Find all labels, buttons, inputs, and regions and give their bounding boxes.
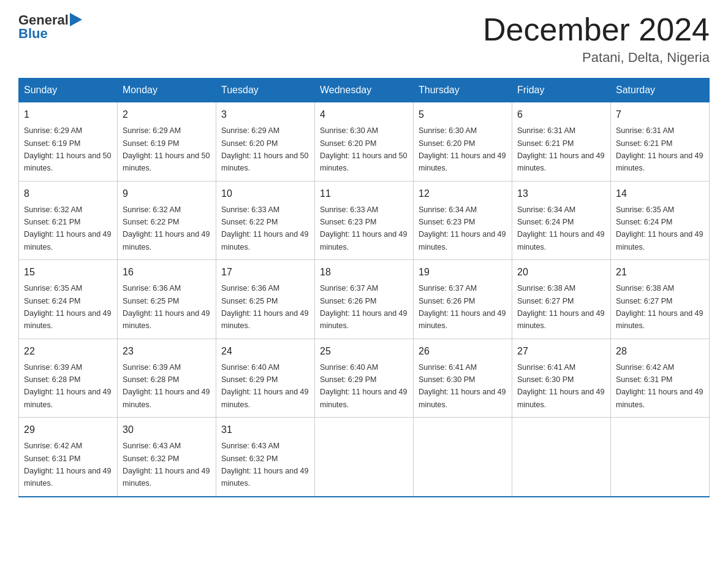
calendar-cell: 1Sunrise: 6:29 AMSunset: 6:19 PMDaylight… [19,102,118,182]
day-info: Sunrise: 6:36 AMSunset: 6:25 PMDaylight:… [123,284,210,330]
day-number: 30 [123,423,211,437]
day-header-friday: Friday [512,79,611,102]
calendar-cell: 22Sunrise: 6:39 AMSunset: 6:28 PMDayligh… [19,339,118,418]
calendar-cell: 4Sunrise: 6:30 AMSunset: 6:20 PMDaylight… [315,102,414,182]
day-number: 20 [517,265,605,280]
day-info: Sunrise: 6:29 AMSunset: 6:20 PMDaylight:… [221,126,308,172]
day-number: 14 [616,186,704,201]
day-header-thursday: Thursday [414,79,512,102]
day-info: Sunrise: 6:30 AMSunset: 6:20 PMDaylight:… [320,126,407,172]
calendar-cell [512,418,611,497]
calendar-cell: 26Sunrise: 6:41 AMSunset: 6:30 PMDayligh… [414,339,512,418]
day-header-monday: Monday [118,79,216,102]
calendar-cell: 7Sunrise: 6:31 AMSunset: 6:21 PMDaylight… [611,102,710,182]
day-info: Sunrise: 6:41 AMSunset: 6:30 PMDaylight:… [419,363,506,409]
calendar-cell: 16Sunrise: 6:36 AMSunset: 6:25 PMDayligh… [118,260,216,339]
day-info: Sunrise: 6:41 AMSunset: 6:30 PMDaylight:… [517,363,604,409]
day-number: 2 [123,107,211,122]
day-number: 13 [517,186,605,201]
day-info: Sunrise: 6:42 AMSunset: 6:31 PMDaylight:… [616,363,703,409]
day-number: 25 [320,344,408,359]
calendar-week-4: 22Sunrise: 6:39 AMSunset: 6:28 PMDayligh… [19,339,710,418]
day-info: Sunrise: 6:30 AMSunset: 6:20 PMDaylight:… [419,126,506,172]
day-info: Sunrise: 6:39 AMSunset: 6:28 PMDaylight:… [123,363,210,409]
day-info: Sunrise: 6:38 AMSunset: 6:27 PMDaylight:… [616,284,703,330]
calendar-cell: 23Sunrise: 6:39 AMSunset: 6:28 PMDayligh… [118,339,216,418]
logo-blue-text: Blue [18,26,48,42]
calendar-header-row: SundayMondayTuesdayWednesdayThursdayFrid… [19,79,710,102]
day-info: Sunrise: 6:37 AMSunset: 6:26 PMDaylight:… [320,284,407,330]
calendar-cell: 18Sunrise: 6:37 AMSunset: 6:26 PMDayligh… [315,260,414,339]
calendar-cell: 29Sunrise: 6:42 AMSunset: 6:31 PMDayligh… [19,418,118,497]
calendar-cell: 8Sunrise: 6:32 AMSunset: 6:21 PMDaylight… [19,181,118,260]
calendar-cell: 21Sunrise: 6:38 AMSunset: 6:27 PMDayligh… [611,260,710,339]
day-info: Sunrise: 6:33 AMSunset: 6:22 PMDaylight:… [221,205,308,251]
day-number: 21 [616,265,704,280]
calendar-cell: 3Sunrise: 6:29 AMSunset: 6:20 PMDaylight… [216,102,315,182]
calendar-cell: 5Sunrise: 6:30 AMSunset: 6:20 PMDaylight… [414,102,512,182]
calendar-cell: 31Sunrise: 6:43 AMSunset: 6:32 PMDayligh… [216,418,315,497]
calendar-cell: 19Sunrise: 6:37 AMSunset: 6:26 PMDayligh… [414,260,512,339]
day-info: Sunrise: 6:32 AMSunset: 6:22 PMDaylight:… [123,205,210,251]
calendar-cell: 11Sunrise: 6:33 AMSunset: 6:23 PMDayligh… [315,181,414,260]
calendar-cell [315,418,414,497]
day-number: 3 [221,107,309,122]
day-info: Sunrise: 6:31 AMSunset: 6:21 PMDaylight:… [517,126,604,172]
calendar-cell: 24Sunrise: 6:40 AMSunset: 6:29 PMDayligh… [216,339,315,418]
calendar-week-2: 8Sunrise: 6:32 AMSunset: 6:21 PMDaylight… [19,181,710,260]
day-info: Sunrise: 6:34 AMSunset: 6:23 PMDaylight:… [419,205,506,251]
day-info: Sunrise: 6:40 AMSunset: 6:29 PMDaylight:… [320,363,407,409]
calendar-cell: 25Sunrise: 6:40 AMSunset: 6:29 PMDayligh… [315,339,414,418]
day-number: 12 [419,186,507,201]
day-number: 31 [221,423,309,437]
day-number: 9 [123,186,211,201]
calendar-table: SundayMondayTuesdayWednesdayThursdayFrid… [18,78,710,497]
day-info: Sunrise: 6:29 AMSunset: 6:19 PMDaylight:… [24,126,111,172]
day-number: 5 [419,107,507,122]
day-number: 24 [221,344,309,359]
day-number: 16 [123,265,211,280]
day-info: Sunrise: 6:43 AMSunset: 6:32 PMDaylight:… [221,442,308,488]
day-info: Sunrise: 6:38 AMSunset: 6:27 PMDaylight:… [517,284,604,330]
day-info: Sunrise: 6:31 AMSunset: 6:21 PMDaylight:… [616,126,703,172]
calendar-cell: 30Sunrise: 6:43 AMSunset: 6:32 PMDayligh… [118,418,216,497]
logo: General Blue [18,12,82,42]
day-number: 22 [24,344,112,359]
day-header-wednesday: Wednesday [315,79,414,102]
day-number: 28 [616,344,704,359]
calendar-cell: 13Sunrise: 6:34 AMSunset: 6:24 PMDayligh… [512,181,611,260]
day-number: 11 [320,186,408,201]
calendar-week-3: 15Sunrise: 6:35 AMSunset: 6:24 PMDayligh… [19,260,710,339]
calendar-cell: 2Sunrise: 6:29 AMSunset: 6:19 PMDaylight… [118,102,216,182]
day-number: 10 [221,186,309,201]
day-number: 29 [24,423,112,437]
day-header-sunday: Sunday [19,79,118,102]
day-info: Sunrise: 6:29 AMSunset: 6:19 PMDaylight:… [123,126,210,172]
calendar-cell: 12Sunrise: 6:34 AMSunset: 6:23 PMDayligh… [414,181,512,260]
calendar-cell: 10Sunrise: 6:33 AMSunset: 6:22 PMDayligh… [216,181,315,260]
day-info: Sunrise: 6:40 AMSunset: 6:29 PMDaylight:… [221,363,308,409]
day-header-saturday: Saturday [611,79,710,102]
calendar-cell [414,418,512,497]
calendar-cell: 20Sunrise: 6:38 AMSunset: 6:27 PMDayligh… [512,260,611,339]
day-number: 17 [221,265,309,280]
page-header: General Blue December 2024 Patani, Delta… [18,12,710,66]
day-info: Sunrise: 6:33 AMSunset: 6:23 PMDaylight:… [320,205,407,251]
day-number: 23 [123,344,211,359]
svg-marker-0 [70,13,82,26]
day-number: 1 [24,107,112,122]
calendar-cell: 9Sunrise: 6:32 AMSunset: 6:22 PMDaylight… [118,181,216,260]
day-info: Sunrise: 6:36 AMSunset: 6:25 PMDaylight:… [221,284,308,330]
calendar-cell: 28Sunrise: 6:42 AMSunset: 6:31 PMDayligh… [611,339,710,418]
calendar-cell: 6Sunrise: 6:31 AMSunset: 6:21 PMDaylight… [512,102,611,182]
day-number: 7 [616,107,704,122]
location-text: Patani, Delta, Nigeria [483,50,710,66]
day-number: 19 [419,265,507,280]
day-number: 8 [24,186,112,201]
calendar-week-5: 29Sunrise: 6:42 AMSunset: 6:31 PMDayligh… [19,418,710,497]
day-number: 18 [320,265,408,280]
day-header-tuesday: Tuesday [216,79,315,102]
day-info: Sunrise: 6:43 AMSunset: 6:32 PMDaylight:… [123,442,210,488]
day-number: 27 [517,344,605,359]
day-number: 15 [24,265,112,280]
